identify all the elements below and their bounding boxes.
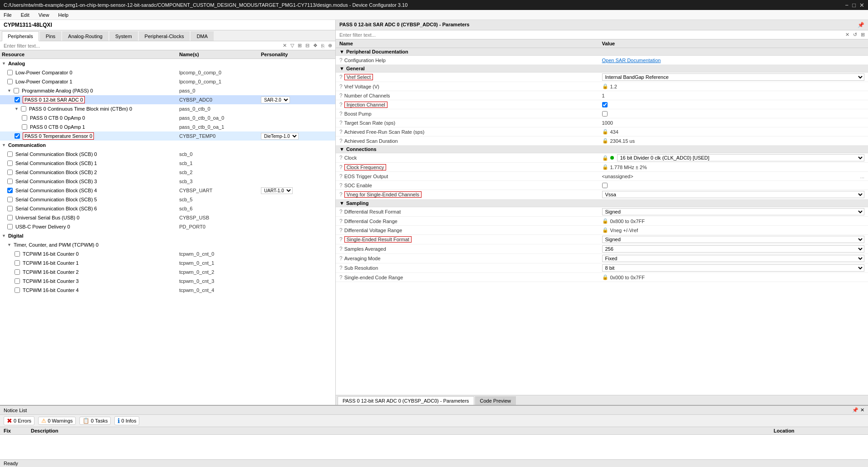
help-diff-voltage-range[interactable]: ? [339,227,343,234]
eos-trigger-more-btn[interactable]: ... [860,174,864,179]
clock-dropdown[interactable]: 16 bit Divider 0 clk (CLK_ADC0) [USED] [617,154,865,161]
check-lpcomp0[interactable] [7,70,13,75]
help-num-channels[interactable]: ? [339,92,343,99]
check-pass0[interactable] [14,88,19,93]
personality-sar-adc0[interactable]: SAR-2.0 [261,97,290,103]
filter-options-btn[interactable]: ▽ [289,42,295,49]
vneg-dropdown[interactable]: Vssa [602,191,865,198]
check-scb5[interactable] [7,197,13,202]
expand-digital[interactable]: ▼ [2,234,6,238]
personality-scb4[interactable]: UART-1.0 [261,187,293,194]
filter-btn4[interactable]: ⊕ [327,42,333,49]
params-filter-input[interactable] [338,32,843,38]
check-scb4[interactable] [7,188,13,193]
boost-pump-check[interactable] [602,111,608,117]
samples-averaged-dropdown[interactable]: 256 [602,245,865,253]
check-scb3[interactable] [7,179,13,184]
check-pd0[interactable] [7,224,13,229]
help-samples-averaged[interactable]: ? [339,246,343,252]
help-averaging-mode[interactable]: ? [339,255,343,262]
filter-btn2[interactable]: ❖ [312,42,319,49]
infos-badge[interactable]: ℹ 0 Infos [114,416,139,425]
close-button[interactable]: ✕ [859,2,864,9]
menu-file[interactable]: File [2,12,14,18]
check-opamp0[interactable] [22,115,27,121]
check-scb6[interactable] [7,206,13,211]
notice-pin-btn[interactable]: 📌 [852,407,858,413]
help-boost-pump[interactable]: ? [339,111,343,117]
maximize-button[interactable]: □ [852,2,856,9]
check-scb0[interactable] [7,151,13,157]
right-tab-code-preview[interactable]: Code Preview [475,396,516,405]
notice-close-btn[interactable]: ✕ [860,407,864,413]
check-sar-adc0[interactable] [15,97,20,102]
sub-resolution-dropdown[interactable]: 8 bit [602,264,865,272]
minimize-button[interactable]: − [845,2,849,9]
vref-select-dropdown[interactable]: Internal BandGap Reference [602,73,865,81]
section-peripheral-docs[interactable]: ▼Peripheral Documentation [336,48,868,56]
help-config-help[interactable]: ? [339,57,343,63]
soc-enable-check[interactable] [602,183,608,188]
injection-channel-check[interactable] [602,102,608,107]
help-clock-frequency[interactable]: ? [339,164,343,170]
tree-row-temp0[interactable]: PASS 0 Temperature Sensor 0 CYBSP_TEMP0 … [0,131,335,141]
diff-result-format-dropdown[interactable]: Signed [602,208,865,215]
right-tab-params[interactable]: PASS 0 12-bit SAR ADC 0 (CYBSP_ADC0) - P… [338,396,474,405]
filter-clear-btn[interactable]: ✕ [281,42,288,49]
help-diff-code-range[interactable]: ? [339,218,343,224]
help-target-scan-rate[interactable]: ? [339,120,343,126]
tab-pins[interactable]: Pins [40,31,61,41]
help-vref-select[interactable]: ? [339,74,343,80]
expand-communication[interactable]: ▼ [2,143,6,147]
params-table[interactable]: ▼Peripheral Documentation ? Configuratio… [336,48,868,395]
help-vref-voltage[interactable]: ? [339,83,343,90]
tree-container[interactable]: ▼Analog Low-Power Comparator 0 lpcomp_0_… [0,59,335,405]
check-temp0[interactable] [15,133,20,139]
menu-help[interactable]: Help [56,12,70,18]
help-vneg[interactable]: ? [339,191,343,198]
tab-dma[interactable]: DMA [191,31,213,41]
help-clock[interactable]: ? [339,155,343,161]
collapse-all-btn[interactable]: ⊟ [304,42,311,49]
filter-btn3[interactable]: ⎘ [320,43,326,49]
section-general[interactable]: ▼General [336,65,868,73]
help-achieved-scan-duration[interactable]: ? [339,138,343,144]
tree-row-sar-adc0[interactable]: PASS 0 12-bit SAR ADC 0 CYBSP_ADC0 SAR-2… [0,95,335,104]
tab-analog-routing[interactable]: Analog-Routing [62,31,108,41]
check-tcpwm-cnt0[interactable] [15,251,20,257]
errors-badge[interactable]: ✖ 0 Errors [4,416,34,425]
averaging-mode-dropdown[interactable]: Fixed [602,255,865,262]
tasks-badge[interactable]: 📋 0 Tasks [79,417,111,425]
section-connections[interactable]: ▼Connections [336,146,868,153]
check-opamp1[interactable] [22,124,27,130]
check-tcpwm-cnt3[interactable] [15,278,20,284]
check-tcpwm-cnt1[interactable] [15,260,20,266]
help-sub-resolution[interactable]: ? [339,265,343,271]
personality-temp0[interactable]: DieTemp-1.0 [261,133,299,140]
se-result-format-dropdown[interactable]: Signed [602,236,865,243]
params-refresh-btn[interactable]: ↺ [852,31,858,38]
help-se-result-format[interactable]: ? [339,236,343,243]
check-scb1[interactable] [7,161,13,166]
expand-analog[interactable]: ▼ [2,61,6,66]
help-soc-enable[interactable]: ? [339,182,343,189]
expand-tcpwm[interactable]: ▼ [7,243,11,247]
help-injection-channel[interactable]: ? [339,102,343,108]
tab-peripheral-clocks[interactable]: Peripheral-Clocks [139,31,190,41]
expand-ctbm0[interactable]: ▼ [15,107,19,111]
section-sampling[interactable]: ▼Sampling [336,199,868,207]
help-diff-result-format[interactable]: ? [339,209,343,215]
check-lpcomp1[interactable] [7,79,13,84]
menu-edit[interactable]: Edit [19,12,31,18]
tab-peripherals[interactable]: Peripherals [2,31,39,41]
left-filter-input[interactable] [2,43,280,49]
expand-all-btn[interactable]: ⊞ [296,42,303,49]
tab-system[interactable]: System [109,31,138,41]
params-expand-btn[interactable]: ⊞ [859,31,866,38]
check-tcpwm-cnt4[interactable] [15,287,20,293]
warnings-badge[interactable]: ⚠ 0 Warnings [38,417,76,425]
check-usb0[interactable] [7,215,13,220]
check-tcpwm-cnt2[interactable] [15,269,20,275]
help-se-code-range[interactable]: ? [339,274,343,281]
menu-view[interactable]: View [37,12,51,18]
